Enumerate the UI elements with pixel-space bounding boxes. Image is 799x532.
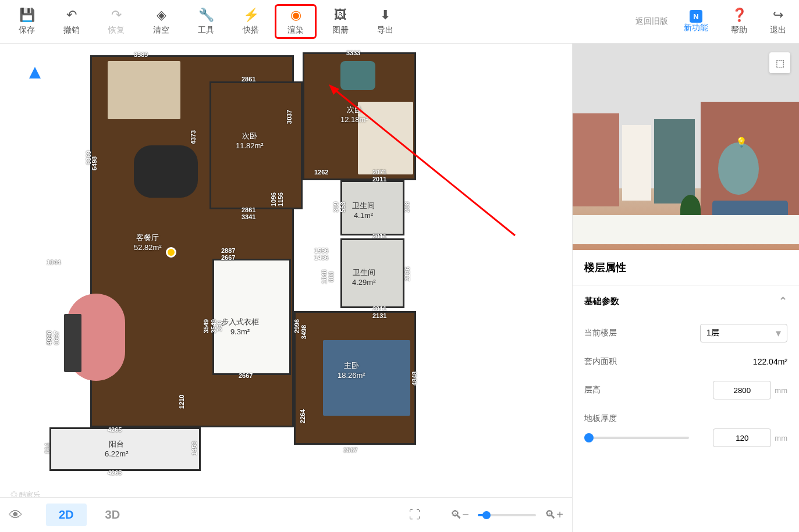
row-thickness: 地板厚度 mm xyxy=(584,406,787,454)
gallery-button[interactable]: 🖼 图册 xyxy=(319,4,361,39)
old-version-link[interactable]: 返回旧版 xyxy=(635,16,668,27)
row-floor: 当前楼层 1层 ▾ xyxy=(584,317,787,349)
new-badge-icon: N xyxy=(690,10,702,23)
dim: 2996 xyxy=(293,319,300,333)
save-button[interactable]: 💾 保存 xyxy=(6,4,48,39)
main-toolbar: 💾 保存 ↶ 撤销 ↷ 恢复 ◈ 清空 🔧 工具 ⚡ 快搭 ◉ 渲染 🖼 xyxy=(0,0,799,44)
preview-3d[interactable]: 💡 ⬚ xyxy=(573,44,799,250)
gallery-icon: 🖼 xyxy=(334,8,347,23)
tools-label: 工具 xyxy=(198,25,214,35)
fullscreen-button[interactable]: ⛶ xyxy=(406,506,424,524)
zoom-slider-handle[interactable] xyxy=(482,511,491,519)
exit-icon: ↪ xyxy=(773,8,783,23)
dim: 1848 xyxy=(321,270,328,284)
dim: 3037 xyxy=(286,110,293,124)
furniture-chair[interactable] xyxy=(340,61,375,90)
canvas-area[interactable]: 次卧12.18m² 次卧11.82m² 客餐厅52.82m² 卫生间4.1m² … xyxy=(0,44,572,532)
thickness-label: 地板厚度 xyxy=(584,413,787,424)
thickness-slider[interactable] xyxy=(584,437,689,439)
height-input[interactable] xyxy=(713,381,771,399)
save-icon: 💾 xyxy=(19,8,35,23)
height-unit: mm xyxy=(775,386,787,395)
label-master: 主卧18.26m² xyxy=(338,360,365,380)
zoom-out-button[interactable]: 🔍︎− xyxy=(450,506,469,524)
undo-label: 撤销 xyxy=(63,25,80,35)
thickness-input[interactable] xyxy=(713,429,771,447)
expand-icon: ⬚ xyxy=(776,58,784,69)
dim: 309 xyxy=(332,202,339,212)
clear-label: 清空 xyxy=(153,25,169,35)
dim: 2264 xyxy=(299,409,306,423)
dim: 2011 xyxy=(372,233,386,240)
toolbar-right: 返回旧版 N 新功能 ❓ 帮助 ↪ 退出 xyxy=(635,4,793,39)
dim: 3333 xyxy=(346,49,360,56)
height-label: 层高 xyxy=(584,385,601,395)
thickness-slider-handle[interactable] xyxy=(584,433,594,442)
zoom-slider[interactable] xyxy=(478,514,536,516)
area-label: 套内面积 xyxy=(584,356,617,367)
furniture-sofa[interactable] xyxy=(64,314,81,372)
new-features-label: 新功能 xyxy=(684,23,708,33)
floor-value: 1层 xyxy=(706,328,719,338)
quickbuild-icon: ⚡ xyxy=(243,8,259,23)
section-basic-header[interactable]: 基础参数 ⌃ xyxy=(584,285,787,317)
undo-icon: ↶ xyxy=(66,8,77,23)
label-bedroom3: 次卧11.82m² xyxy=(236,131,264,150)
dim: 808 xyxy=(328,272,335,282)
area-value: 122.04m² xyxy=(753,357,787,366)
dim: 2071 xyxy=(372,169,386,176)
label-balcony: 阳台6.22m² xyxy=(105,439,128,458)
dim: 0667 xyxy=(53,331,60,345)
tools-button[interactable]: 🔧 工具 xyxy=(185,4,227,39)
dim: 3567 xyxy=(343,447,357,454)
quickbuild-label: 快搭 xyxy=(243,25,259,35)
furniture-table[interactable] xyxy=(134,145,198,198)
furniture-rug[interactable] xyxy=(108,61,180,119)
render-label: 渲染 xyxy=(287,25,304,35)
furniture-bed2[interactable] xyxy=(323,340,410,416)
dim: 2011 xyxy=(372,305,386,312)
dim: 4265 xyxy=(108,426,122,433)
label-bath1: 卫生间4.1m² xyxy=(352,201,375,220)
quickbuild-button[interactable]: ⚡ 快搭 xyxy=(230,4,272,39)
main-area: 次卧12.18m² 次卧11.82m² 客餐厅52.82m² 卫生间4.1m² … xyxy=(0,44,799,532)
floorplan[interactable]: 次卧12.18m² 次卧11.82m² 客餐厅52.82m² 卫生间4.1m² … xyxy=(49,49,422,474)
view-3d-button[interactable]: 3D xyxy=(93,504,133,526)
dim: 3589 xyxy=(134,51,148,58)
dim: 1458 xyxy=(191,441,198,455)
label-bath2: 卫生间4.29m² xyxy=(352,267,375,287)
dim: 3498 xyxy=(300,325,307,339)
help-icon: ❓ xyxy=(731,8,747,23)
floor-label: 当前楼层 xyxy=(584,328,617,338)
exit-button[interactable]: ↪ 退出 xyxy=(763,4,793,39)
dim: 3341 xyxy=(242,213,255,220)
render-button[interactable]: ◉ 渲染 xyxy=(275,4,317,39)
dim: 2887 xyxy=(221,247,235,254)
new-features-button[interactable]: N 新功能 xyxy=(677,4,715,39)
visibility-toggle[interactable]: 👁 xyxy=(9,507,23,523)
panel-title: 楼层属性 xyxy=(573,250,799,285)
view-2d-button[interactable]: 2D xyxy=(46,504,87,526)
zoom-controls: ⛶ 🔍︎− 🔍︎+ xyxy=(406,506,563,524)
label-living: 客餐厅52.82m² xyxy=(134,233,162,252)
expand-preview-button[interactable]: ⬚ xyxy=(769,52,790,73)
panel-basic-section: 基础参数 ⌃ 当前楼层 1层 ▾ 套内面积 122.04m² 层高 mm xyxy=(573,285,799,454)
undo-button[interactable]: ↶ 撤销 xyxy=(51,4,93,39)
floor-select[interactable]: 1层 ▾ xyxy=(700,324,787,342)
camera-position-dot[interactable] xyxy=(166,247,176,258)
gallery-label: 图册 xyxy=(332,25,349,35)
save-label: 保存 xyxy=(19,25,35,35)
toolbar-left: 💾 保存 ↶ 撤销 ↷ 恢复 ◈ 清空 🔧 工具 ⚡ 快搭 ◉ 渲染 🖼 xyxy=(6,4,406,39)
clear-icon: ◈ xyxy=(157,8,166,23)
help-button[interactable]: ❓ 帮助 xyxy=(724,4,754,39)
row-height: 层高 mm xyxy=(584,374,787,406)
thickness-unit: mm xyxy=(775,434,787,442)
dim: 814 xyxy=(44,443,51,454)
zoom-in-button[interactable]: 🔍︎+ xyxy=(545,506,563,524)
dim: 2131 xyxy=(372,312,386,319)
redo-button[interactable]: ↷ 恢复 xyxy=(95,4,137,39)
row-area: 套内面积 122.04m² xyxy=(584,349,787,374)
dim: 2861 xyxy=(242,206,255,213)
export-button[interactable]: ⬇ 导出 xyxy=(364,4,406,39)
clear-button[interactable]: ◈ 清空 xyxy=(140,4,182,39)
